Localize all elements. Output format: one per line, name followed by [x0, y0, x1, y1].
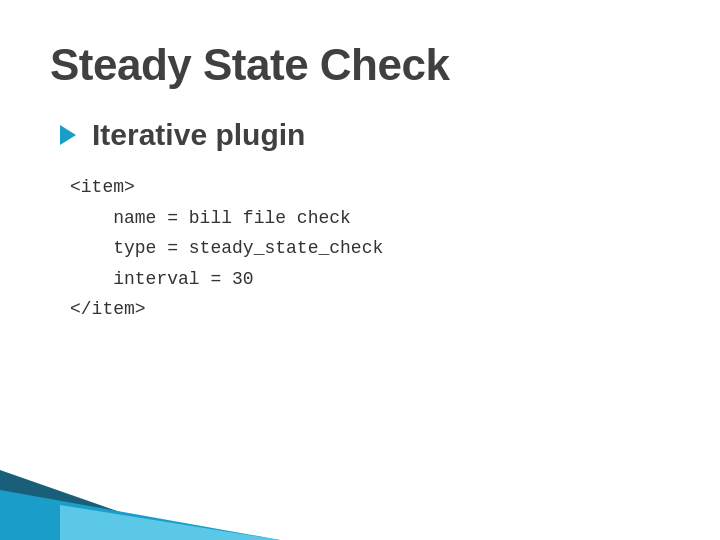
code-line-2: name = bill file check: [70, 203, 670, 234]
bullet-arrow-icon: [60, 125, 76, 145]
code-line-5: </item>: [70, 294, 670, 325]
slide-subtitle: Iterative plugin: [92, 118, 305, 152]
bottom-decoration: [0, 460, 720, 540]
slide-title: Steady State Check: [50, 40, 670, 90]
code-block: <item> name = bill file check type = ste…: [70, 172, 670, 325]
decor-shape-light: [60, 505, 280, 540]
code-line-1: <item>: [70, 172, 670, 203]
code-line-3: type = steady_state_check: [70, 233, 670, 264]
code-line-4: interval = 30: [70, 264, 670, 295]
subtitle-row: Iterative plugin: [60, 118, 670, 152]
slide-container: Steady State Check Iterative plugin <ite…: [0, 0, 720, 540]
